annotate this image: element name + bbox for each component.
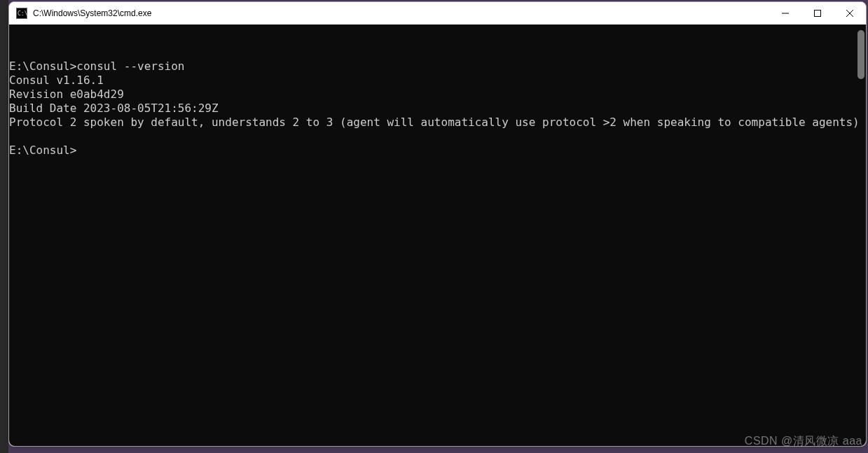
background-strip [0, 0, 8, 453]
close-button[interactable] [834, 2, 866, 25]
command-text: consul --version [76, 60, 184, 73]
cmd-window: C:\ C:\Windows\System32\cmd.exe E:\Consu… [8, 1, 867, 447]
output-line: Consul v1.16.1 [9, 74, 104, 87]
prompt: E:\Consul> [9, 144, 76, 157]
prompt: E:\Consul> [9, 60, 76, 73]
close-icon [846, 10, 853, 17]
maximize-icon [814, 10, 821, 17]
output-line: Protocol 2 spoken by default, understand… [9, 116, 860, 129]
output-line: Revision e0ab4d29 [9, 88, 124, 101]
minimize-icon [782, 10, 789, 17]
scrollbar-thumb[interactable] [857, 30, 864, 79]
maximize-button[interactable] [801, 2, 834, 25]
window-title: C:\Windows\System32\cmd.exe [33, 8, 769, 18]
output-line: Build Date 2023-08-05T21:56:29Z [9, 102, 219, 115]
terminal-body[interactable]: E:\Consul>consul --version Consul v1.16.… [9, 25, 866, 446]
minimize-button[interactable] [769, 2, 801, 25]
terminal-content: E:\Consul>consul --version Consul v1.16.… [9, 53, 866, 158]
window-controls [769, 2, 866, 25]
titlebar[interactable]: C:\ C:\Windows\System32\cmd.exe [9, 2, 866, 25]
cmd-icon-label: C:\ [18, 11, 27, 17]
cmd-icon: C:\ [16, 8, 27, 19]
svg-rect-1 [815, 11, 821, 17]
